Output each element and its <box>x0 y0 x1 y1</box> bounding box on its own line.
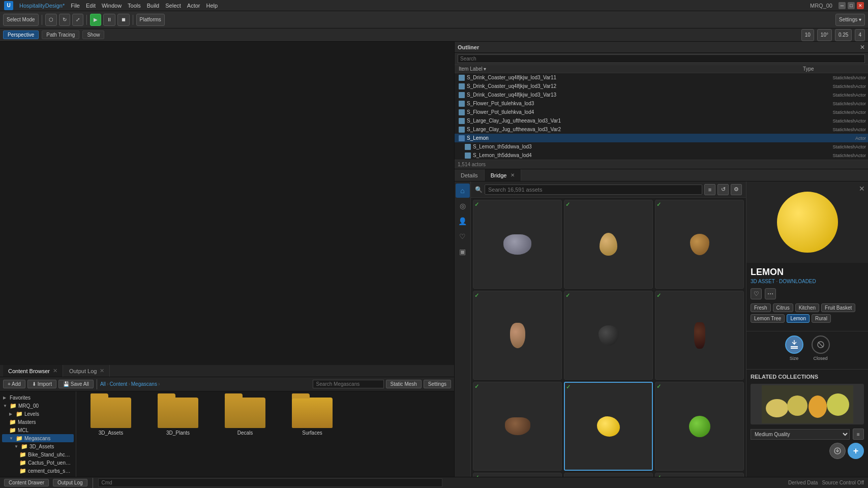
pause-button[interactable]: ⏸ <box>103 14 115 26</box>
asset-cell-5[interactable]: ✓ <box>655 291 744 380</box>
content-search-input[interactable] <box>313 380 384 388</box>
detail-close-button[interactable]: ✕ <box>859 185 865 193</box>
outliner-row-3[interactable]: S_Flower_Pot_tlulehkva_lod3 StaticMeshAc… <box>455 99 868 108</box>
tree-cement[interactable]: 📁 cement_curbs_small_grey_ <box>2 467 74 475</box>
tree-favorites[interactable]: ▶ Favorites <box>2 393 74 402</box>
perspective-tab[interactable]: Perspective <box>3 30 39 39</box>
content-settings-button[interactable]: Settings <box>424 380 451 388</box>
menu-help[interactable]: Help <box>206 3 218 9</box>
stop-button[interactable]: ⏹ <box>117 14 130 26</box>
save-all-button[interactable]: 💾 Save All <box>58 380 94 388</box>
folder-surfaces[interactable]: Surfaces <box>282 395 343 438</box>
tag-fruit-basket[interactable]: Fruit Basket <box>821 303 855 312</box>
menu-tools[interactable]: Tools <box>128 3 141 9</box>
asset-cell-8[interactable]: ✓ <box>655 382 744 471</box>
breadcrumb-all[interactable]: All <box>100 381 106 387</box>
settings-icon[interactable]: ⚙ <box>731 184 742 195</box>
tree-bike-stand[interactable]: 📁 Bike_Stand_uhcgehnfa_3d <box>2 450 74 459</box>
content-drawer-button[interactable]: Content Drawer <box>4 479 49 486</box>
play-button[interactable]: ▶ <box>90 14 101 26</box>
sidebar-monitor-icon[interactable]: ▣ <box>456 245 470 259</box>
viewport-area[interactable]: Perspective [ Pilot Active - C_Bar ] <box>0 42 454 365</box>
transform-btn[interactable]: ⬡ <box>45 14 57 26</box>
related-thumbnail[interactable] <box>751 384 864 424</box>
sidebar-home-icon[interactable]: ⌂ <box>456 184 470 198</box>
quality-options-button[interactable]: ≡ <box>853 429 864 440</box>
sidebar-heart-icon[interactable]: ♡ <box>456 229 470 243</box>
viewport-scale-btn[interactable]: 0.25 <box>835 29 852 41</box>
outliner-row-9[interactable]: S_Lemon_th5ddwva_lod4 StaticMeshActor <box>455 151 868 160</box>
tree-mrq00[interactable]: ▼ 📁 MRQ_00 <box>2 402 74 410</box>
show-tab[interactable]: Show <box>82 30 104 39</box>
folder-decals[interactable]: Decals <box>215 395 276 438</box>
path-tracing-tab[interactable]: Path Tracing <box>42 30 79 39</box>
outliner-row-8[interactable]: S_Lemon_th5ddwva_lod3 StaticMeshActor <box>455 142 868 151</box>
camera-btn[interactable]: 4 <box>855 29 865 41</box>
platforms-button[interactable]: Platforms <box>136 14 165 26</box>
breadcrumb-megascans[interactable]: Megascans <box>131 381 157 387</box>
tree-3d-assets[interactable]: ▼ 📁 3D_Assets <box>2 442 74 450</box>
menu-edit[interactable]: Edit <box>86 3 96 9</box>
sidebar-globe-icon[interactable]: ◎ <box>456 199 470 213</box>
outliner-row-0[interactable]: S_Drink_Coaster_uq4lfjkjw_lod3_Var11 Sta… <box>455 73 868 82</box>
asset-cell-4[interactable]: ✓ <box>564 291 653 380</box>
bridge-tab[interactable]: Bridge ✕ <box>485 169 522 181</box>
bridge-search-input[interactable] <box>485 185 702 195</box>
outliner-row-6[interactable]: S_Large_Clay_Jug_uftheeava_lod3_Var2 Sta… <box>455 125 868 134</box>
outliner-row-1[interactable]: S_Drink_Coaster_uq4lfjkjw_lod3_Var12 Sta… <box>455 82 868 90</box>
asset-cell-7[interactable]: ✓ <box>564 382 653 471</box>
output-tab-close[interactable]: ✕ <box>100 368 104 374</box>
asset-cell-2[interactable]: ✓ <box>655 200 744 289</box>
outliner-row-4[interactable]: S_Flower_Pot_tlulehkva_lod4 StaticMeshAc… <box>455 108 868 116</box>
details-tab[interactable]: Details <box>455 169 485 181</box>
content-tab-close[interactable]: ✕ <box>53 368 57 374</box>
tag-rural[interactable]: Rural <box>812 314 831 323</box>
settings-button[interactable]: Settings ▾ <box>835 14 865 26</box>
viewport-snap-btn[interactable]: 10 <box>801 29 814 41</box>
viewport-rot-btn[interactable]: 10° <box>817 29 832 41</box>
outliner-row-7[interactable]: S_Lemon Actor <box>455 134 868 142</box>
tree-mcl[interactable]: 📁 MCL <box>2 426 74 434</box>
output-log-tab[interactable]: Output Log ✕ <box>64 365 110 377</box>
asset-cell-10[interactable] <box>564 473 653 477</box>
select-mode-button[interactable]: Select Mode <box>3 14 39 26</box>
menu-file[interactable]: File <box>71 3 80 9</box>
asset-cell-6[interactable]: ✓ <box>473 382 562 471</box>
menu-actor[interactable]: Actor <box>187 3 200 9</box>
asset-cell-3[interactable]: ✓ <box>473 291 562 380</box>
tag-fresh[interactable]: Fresh <box>751 303 771 312</box>
content-browser-tab[interactable]: Content Browser ✕ <box>3 365 63 377</box>
asset-cell-11[interactable]: ✓ <box>655 473 744 477</box>
import-button[interactable]: ⬇ Import <box>27 380 56 388</box>
rotate-btn[interactable]: ↻ <box>59 14 70 26</box>
console-input[interactable] <box>98 478 443 487</box>
filter-icon[interactable]: ≡ <box>704 184 715 195</box>
menu-select[interactable]: Select <box>165 3 181 9</box>
outliner-search-input[interactable] <box>458 54 865 63</box>
scale-btn[interactable]: ⤢ <box>72 14 83 26</box>
output-log-button[interactable]: Output Log <box>53 479 87 486</box>
asset-cell-0[interactable]: ✓ <box>473 200 562 289</box>
add-to-scene-button[interactable]: + <box>848 443 864 459</box>
tree-cactus-pot[interactable]: 📁 Cactus_Pot_uenkewvfa <box>2 459 74 467</box>
outliner-row-5[interactable]: S_Large_Clay_Jug_uftheeava_lod3_Var1 Sta… <box>455 116 868 125</box>
tag-lemon-tree[interactable]: Lemon Tree <box>751 314 785 323</box>
tree-levels[interactable]: ▶ 📁 Levels <box>2 410 74 418</box>
tag-kitchen[interactable]: Kitchen <box>795 303 819 312</box>
outliner-close-button[interactable]: ✕ <box>860 44 865 51</box>
quality-select[interactable]: Medium Quality <box>751 429 850 440</box>
download-button[interactable] <box>829 443 846 459</box>
asset-cell-1[interactable]: ✓ <box>564 200 653 289</box>
close-button[interactable]: ✕ <box>857 2 864 9</box>
tag-lemon[interactable]: Lemon <box>787 314 810 323</box>
tag-citrus[interactable]: Citrus <box>773 303 793 312</box>
filter-button[interactable]: Static Mesh <box>386 380 422 388</box>
sidebar-person-icon[interactable]: 👤 <box>456 214 470 228</box>
more-options-button[interactable]: ⋯ <box>765 288 776 299</box>
tree-megascans[interactable]: ▼ 📁 Megascans <box>2 434 74 442</box>
add-button[interactable]: + Add <box>3 380 25 388</box>
refresh-icon[interactable]: ↺ <box>717 184 729 195</box>
breadcrumb-content[interactable]: Content <box>109 381 127 387</box>
folder-3d-assets[interactable]: 3D_Assets <box>80 395 141 438</box>
asset-cell-9[interactable]: ✓ <box>473 473 562 477</box>
